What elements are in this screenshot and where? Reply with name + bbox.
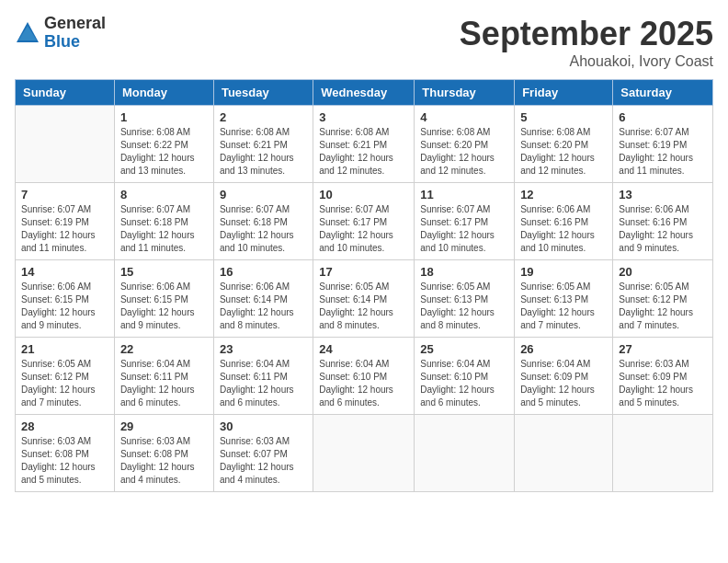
day-info: Sunrise: 6:08 AM Sunset: 6:21 PM Dayligh… (319, 126, 408, 178)
day-cell: 13Sunrise: 6:06 AM Sunset: 6:16 PM Dayli… (613, 183, 713, 260)
day-cell: 12Sunrise: 6:06 AM Sunset: 6:16 PM Dayli… (515, 183, 613, 260)
day-info: Sunrise: 6:07 AM Sunset: 6:19 PM Dayligh… (619, 126, 707, 178)
day-info: Sunrise: 6:07 AM Sunset: 6:19 PM Dayligh… (21, 203, 108, 255)
day-info: Sunrise: 6:03 AM Sunset: 6:07 PM Dayligh… (220, 435, 307, 487)
day-number: 7 (21, 188, 108, 201)
day-number: 22 (120, 342, 208, 356)
day-info: Sunrise: 6:04 AM Sunset: 6:10 PM Dayligh… (420, 358, 508, 409)
day-info: Sunrise: 6:03 AM Sunset: 6:08 PM Dayligh… (21, 435, 108, 487)
week-row-5: 28Sunrise: 6:03 AM Sunset: 6:08 PM Dayli… (16, 415, 713, 492)
day-cell: 2Sunrise: 6:08 AM Sunset: 6:21 PM Daylig… (213, 106, 313, 183)
day-cell: 16Sunrise: 6:06 AM Sunset: 6:14 PM Dayli… (213, 260, 313, 338)
day-cell: 28Sunrise: 6:03 AM Sunset: 6:08 PM Dayli… (16, 415, 115, 492)
day-cell: 11Sunrise: 6:07 AM Sunset: 6:17 PM Dayli… (415, 183, 515, 260)
day-cell (613, 415, 713, 492)
day-number: 11 (420, 188, 508, 201)
weekday-header-sunday: Sunday (16, 80, 115, 106)
logo-text: General Blue (44, 15, 106, 52)
day-cell: 29Sunrise: 6:03 AM Sunset: 6:08 PM Dayli… (114, 415, 213, 492)
day-cell: 10Sunrise: 6:07 AM Sunset: 6:17 PM Dayli… (313, 183, 415, 260)
page-header: General Blue September 2025 Ahouakoi, Iv… (15, 15, 713, 70)
day-number: 28 (21, 419, 108, 433)
day-number: 20 (619, 265, 707, 279)
day-number: 14 (21, 265, 108, 279)
day-cell: 15Sunrise: 6:06 AM Sunset: 6:15 PM Dayli… (114, 260, 213, 338)
day-info: Sunrise: 6:08 AM Sunset: 6:21 PM Dayligh… (220, 126, 307, 178)
day-cell: 8Sunrise: 6:07 AM Sunset: 6:18 PM Daylig… (114, 183, 213, 260)
day-number: 6 (619, 110, 707, 124)
day-info: Sunrise: 6:05 AM Sunset: 6:12 PM Dayligh… (21, 358, 108, 409)
day-cell: 9Sunrise: 6:07 AM Sunset: 6:18 PM Daylig… (213, 183, 313, 260)
day-cell: 22Sunrise: 6:04 AM Sunset: 6:11 PM Dayli… (114, 338, 213, 415)
day-cell (16, 106, 115, 183)
day-info: Sunrise: 6:05 AM Sunset: 6:13 PM Dayligh… (420, 281, 508, 332)
week-row-2: 7Sunrise: 6:07 AM Sunset: 6:19 PM Daylig… (16, 183, 713, 260)
day-cell: 23Sunrise: 6:04 AM Sunset: 6:11 PM Dayli… (213, 338, 313, 415)
day-cell (515, 415, 613, 492)
day-number: 25 (420, 342, 508, 356)
day-number: 5 (520, 110, 607, 124)
day-number: 23 (220, 342, 307, 356)
day-number: 27 (619, 342, 707, 356)
weekday-header-wednesday: Wednesday (313, 80, 415, 106)
day-info: Sunrise: 6:03 AM Sunset: 6:09 PM Dayligh… (619, 358, 707, 409)
day-cell: 1Sunrise: 6:08 AM Sunset: 6:22 PM Daylig… (114, 106, 213, 183)
day-number: 8 (120, 188, 208, 201)
day-cell: 4Sunrise: 6:08 AM Sunset: 6:20 PM Daylig… (415, 106, 515, 183)
day-cell: 25Sunrise: 6:04 AM Sunset: 6:10 PM Dayli… (415, 338, 515, 415)
day-info: Sunrise: 6:07 AM Sunset: 6:17 PM Dayligh… (319, 203, 408, 255)
month-title: September 2025 (460, 15, 713, 53)
day-cell: 7Sunrise: 6:07 AM Sunset: 6:19 PM Daylig… (16, 183, 115, 260)
day-info: Sunrise: 6:03 AM Sunset: 6:08 PM Dayligh… (120, 435, 208, 487)
week-row-3: 14Sunrise: 6:06 AM Sunset: 6:15 PM Dayli… (16, 260, 713, 338)
day-info: Sunrise: 6:04 AM Sunset: 6:11 PM Dayligh… (120, 358, 208, 409)
logo-icon (15, 20, 40, 46)
day-info: Sunrise: 6:06 AM Sunset: 6:15 PM Dayligh… (120, 281, 208, 332)
day-cell: 18Sunrise: 6:05 AM Sunset: 6:13 PM Dayli… (415, 260, 515, 338)
day-info: Sunrise: 6:05 AM Sunset: 6:13 PM Dayligh… (520, 281, 607, 332)
day-cell: 20Sunrise: 6:05 AM Sunset: 6:12 PM Dayli… (613, 260, 713, 338)
day-cell: 17Sunrise: 6:05 AM Sunset: 6:14 PM Dayli… (313, 260, 415, 338)
day-number: 30 (220, 419, 307, 433)
day-info: Sunrise: 6:07 AM Sunset: 6:18 PM Dayligh… (120, 203, 208, 255)
day-number: 24 (319, 342, 408, 356)
calendar: SundayMondayTuesdayWednesdayThursdayFrid… (15, 79, 713, 492)
day-number: 10 (319, 188, 408, 201)
svg-marker-1 (18, 26, 37, 40)
day-info: Sunrise: 6:04 AM Sunset: 6:10 PM Dayligh… (319, 358, 408, 409)
day-cell (313, 415, 415, 492)
logo-blue: Blue (44, 33, 106, 52)
logo: General Blue (15, 15, 106, 52)
weekday-header-row: SundayMondayTuesdayWednesdayThursdayFrid… (16, 80, 713, 106)
day-number: 16 (220, 265, 307, 279)
weekday-header-tuesday: Tuesday (213, 80, 313, 106)
day-cell: 26Sunrise: 6:04 AM Sunset: 6:09 PM Dayli… (515, 338, 613, 415)
week-row-4: 21Sunrise: 6:05 AM Sunset: 6:12 PM Dayli… (16, 338, 713, 415)
weekday-header-saturday: Saturday (613, 80, 713, 106)
day-info: Sunrise: 6:08 AM Sunset: 6:22 PM Dayligh… (120, 126, 208, 178)
day-cell: 27Sunrise: 6:03 AM Sunset: 6:09 PM Dayli… (613, 338, 713, 415)
day-number: 2 (220, 110, 307, 124)
day-number: 29 (120, 419, 208, 433)
weekday-header-monday: Monday (114, 80, 213, 106)
weekday-header-thursday: Thursday (415, 80, 515, 106)
day-number: 15 (120, 265, 208, 279)
week-row-1: 1Sunrise: 6:08 AM Sunset: 6:22 PM Daylig… (16, 106, 713, 183)
day-cell: 19Sunrise: 6:05 AM Sunset: 6:13 PM Dayli… (515, 260, 613, 338)
logo-general: General (44, 15, 106, 33)
day-info: Sunrise: 6:07 AM Sunset: 6:18 PM Dayligh… (220, 203, 307, 255)
day-number: 26 (520, 342, 607, 356)
day-number: 18 (420, 265, 508, 279)
day-number: 12 (520, 188, 607, 201)
day-info: Sunrise: 6:07 AM Sunset: 6:17 PM Dayligh… (420, 203, 508, 255)
day-info: Sunrise: 6:04 AM Sunset: 6:09 PM Dayligh… (520, 358, 607, 409)
day-info: Sunrise: 6:08 AM Sunset: 6:20 PM Dayligh… (520, 126, 607, 178)
day-info: Sunrise: 6:04 AM Sunset: 6:11 PM Dayligh… (220, 358, 307, 409)
day-info: Sunrise: 6:06 AM Sunset: 6:15 PM Dayligh… (21, 281, 108, 332)
location: Ahouakoi, Ivory Coast (460, 53, 713, 70)
day-info: Sunrise: 6:05 AM Sunset: 6:14 PM Dayligh… (319, 281, 408, 332)
day-number: 4 (420, 110, 508, 124)
day-number: 17 (319, 265, 408, 279)
day-cell (415, 415, 515, 492)
title-block: September 2025 Ahouakoi, Ivory Coast (460, 15, 713, 70)
